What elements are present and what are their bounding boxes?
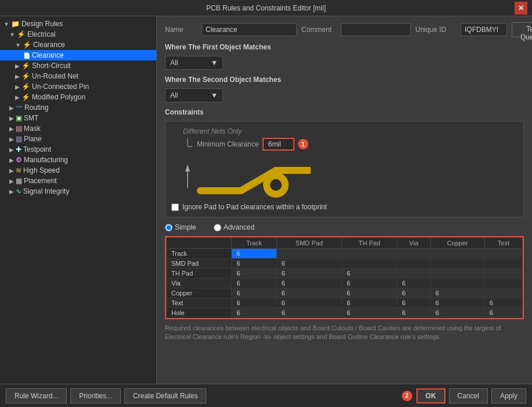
sidebar-item-signal-integrity[interactable]: ▶ ∿ Signal Integrity — [0, 186, 156, 197]
priorities-button[interactable]: Priorities... — [70, 388, 121, 404]
sidebar-item-mask[interactable]: ▶ ▤ Mask — [0, 123, 156, 134]
table-cell[interactable]: 6 — [430, 288, 484, 298]
sidebar-item-design-rules[interactable]: ▼ 📁 Design Rules — [0, 19, 156, 29]
table-cell[interactable]: 6 — [232, 259, 276, 269]
advanced-radio-label[interactable]: Advanced — [214, 223, 254, 231]
ignore-pad-row: Ignore Pad to Pad clearances within a fo… — [171, 203, 517, 211]
arrow-icon: ▼ — [9, 31, 15, 38]
where-first-dropdown[interactable]: All ▼ — [165, 56, 223, 70]
main-layout: ▼ 📁 Design Rules ▼ ⚡ Electrical ▼ ⚡ Clea… — [0, 16, 532, 384]
table-cell[interactable] — [430, 269, 484, 279]
sidebar-item-modified-polygon[interactable]: ▶ ⚡ Modified Polygon — [0, 92, 156, 102]
table-cell[interactable] — [397, 249, 430, 259]
table-cell[interactable] — [430, 259, 484, 269]
cancel-button[interactable]: Cancel — [449, 388, 488, 404]
table-cell[interactable]: 6 — [276, 269, 342, 279]
table-cell[interactable] — [484, 279, 522, 288]
table-cell[interactable]: 6 — [484, 308, 522, 318]
sidebar-item-unconnected-pin[interactable]: ▶ ⚡ Un-Connected Pin — [0, 81, 156, 92]
table-cell[interactable]: 6 — [397, 308, 430, 318]
sidebar-item-label: Manufacturing — [24, 156, 68, 164]
unique-id-input[interactable] — [461, 23, 507, 36]
col-header-th: TH Pad — [342, 238, 397, 249]
simple-radio-label[interactable]: Simple — [165, 223, 196, 231]
sidebar-item-testpoint[interactable]: ▶ ✚ Testpoint — [0, 144, 156, 155]
table-cell: Via — [167, 279, 232, 288]
table-cell[interactable]: 6 — [397, 279, 430, 288]
folder-icon: 📁 — [11, 20, 20, 28]
table-cell[interactable]: 6 — [276, 279, 342, 288]
sidebar-item-label: Signal Integrity — [23, 187, 69, 195]
svg-point-5 — [270, 179, 282, 191]
table-cell[interactable]: 6 — [484, 298, 522, 308]
table-cell[interactable]: 6 — [276, 308, 342, 318]
table-cell[interactable]: 6 — [342, 298, 397, 308]
advanced-radio[interactable] — [214, 224, 221, 231]
sidebar-item-clearance-group[interactable]: ▼ ⚡ Clearance — [0, 40, 156, 50]
smt-icon: ▣ — [16, 114, 22, 122]
table-cell[interactable] — [430, 249, 484, 259]
table-cell[interactable]: 6 — [232, 249, 276, 259]
sidebar-item-plane[interactable]: ▶ ▥ Plane — [0, 134, 156, 144]
simple-radio[interactable] — [165, 224, 172, 231]
test-queries-button[interactable]: Test Queries — [512, 22, 532, 37]
table-cell[interactable] — [484, 259, 522, 269]
table-cell[interactable]: 6 — [342, 279, 397, 288]
ok-button[interactable]: OK — [416, 388, 445, 404]
clearance-icon: ⚡ — [23, 41, 31, 49]
table-cell[interactable]: 6 — [232, 288, 276, 298]
ignore-pad-checkbox[interactable] — [171, 204, 179, 211]
sidebar-item-high-speed[interactable]: ▶ ≋ High Speed — [0, 165, 156, 176]
table-cell[interactable]: 6 — [276, 288, 342, 298]
table-cell[interactable] — [484, 269, 522, 279]
table-cell[interactable]: 6 — [397, 288, 430, 298]
sidebar-item-placement[interactable]: ▶ ▦ Placement — [0, 176, 156, 186]
expand-icon: ▶ — [15, 84, 20, 90]
table-cell[interactable]: 6 — [397, 298, 430, 308]
sidebar-item-electrical[interactable]: ▼ ⚡ Electrical — [0, 29, 156, 40]
table-cell[interactable]: 6 — [232, 308, 276, 318]
table-cell[interactable] — [484, 288, 522, 298]
constraints-header: Constraints — [165, 108, 524, 117]
table-cell[interactable]: 6 — [232, 269, 276, 279]
table-cell[interactable]: 6 — [342, 308, 397, 318]
where-second-dropdown[interactable]: All ▼ — [165, 88, 223, 102]
sidebar-item-clearance[interactable]: 📄 Clearance — [0, 50, 156, 60]
table-cell[interactable] — [430, 279, 484, 288]
table-cell[interactable]: 6 — [430, 308, 484, 318]
sidebar-item-label: Routing — [24, 103, 48, 112]
sidebar-item-manufacturing[interactable]: ▶ ⚙ Manufacturing — [0, 155, 156, 165]
table-cell[interactable]: 6 — [342, 269, 397, 279]
sidebar-item-unrouted-net[interactable]: ▶ ⚡ Un-Routed Net — [0, 71, 156, 81]
table-cell[interactable] — [397, 259, 430, 269]
apply-button[interactable]: Apply — [491, 388, 526, 404]
name-input[interactable] — [202, 23, 297, 36]
footnote: Required clearances between electrical o… — [165, 324, 524, 342]
expand-icon: ▶ — [9, 147, 14, 153]
table-cell[interactable] — [484, 249, 522, 259]
table-cell[interactable]: 6 — [232, 279, 276, 288]
sidebar-item-label: Clearance — [32, 51, 64, 59]
table-cell[interactable]: 6 — [342, 288, 397, 298]
comment-input[interactable] — [341, 23, 411, 36]
close-button[interactable]: ✕ — [515, 2, 527, 15]
table-cell[interactable] — [397, 269, 430, 279]
clearance-table: Track SMD Pad TH Pad Via Copper Text Tra… — [166, 237, 523, 318]
table-cell[interactable]: 6 — [276, 298, 342, 308]
create-default-button[interactable]: Create Default Rules — [124, 388, 206, 404]
sidebar-item-smt[interactable]: ▶ ▣ SMT — [0, 113, 156, 123]
table-cell[interactable] — [276, 249, 342, 259]
sidebar-item-short-circuit[interactable]: ▶ ⚡ Short-Circuit — [0, 60, 156, 71]
sidebar-item-label: Design Rules — [21, 20, 63, 28]
rule-wizard-button[interactable]: Rule Wizard... — [6, 388, 67, 404]
table-cell[interactable]: 6 — [276, 259, 342, 269]
table-cell[interactable]: 6 — [430, 298, 484, 308]
sidebar-item-label: SMT — [24, 114, 38, 122]
ok-group: 2 OK — [402, 388, 445, 404]
sidebar-item-routing[interactable]: ▶ 〰 Routing — [0, 102, 156, 113]
min-clearance-input[interactable] — [263, 138, 294, 151]
table-cell[interactable]: 6 — [232, 298, 276, 308]
table-cell[interactable] — [342, 249, 397, 259]
table-cell[interactable] — [342, 259, 397, 269]
constraints-box: Different Nets Only Minimum Clearance 1 — [165, 121, 524, 217]
